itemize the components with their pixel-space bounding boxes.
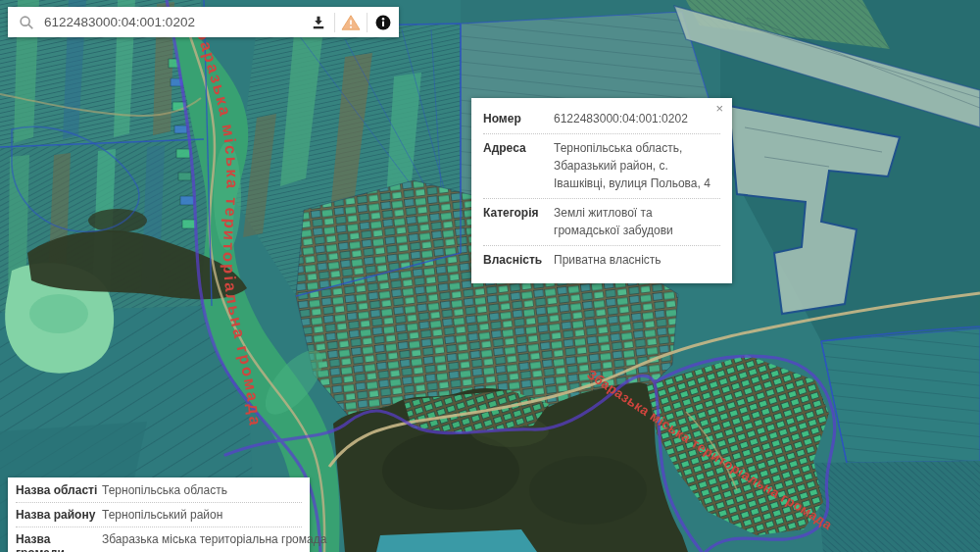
region-label: Назва району <box>16 508 102 522</box>
field-value: Тернопільська область, Збаразький район,… <box>554 139 720 192</box>
parcel-info-popup: × Номер 6122483000:04:001:0202 Адреса Те… <box>471 98 732 283</box>
region-value: Збаразька міська територіальна громада <box>102 532 326 552</box>
field-value: Землі житлової та громадської забудови <box>554 204 720 239</box>
download-icon <box>310 14 327 31</box>
download-button[interactable] <box>303 7 334 37</box>
search-icon <box>18 14 35 31</box>
search-bar <box>8 7 399 37</box>
field-label: Адреса <box>483 139 554 192</box>
popup-close-button[interactable]: × <box>713 100 725 117</box>
cadastral-map-app: Збаразька міська територіальна громада З… <box>0 0 980 552</box>
info-icon <box>374 14 392 31</box>
warning-button[interactable] <box>335 7 367 37</box>
popup-row-address: Адреса Тернопільська область, Збаразький… <box>483 134 720 199</box>
field-value: 6122483000:04:001:0202 <box>554 110 720 127</box>
popup-row-ownership: Власність Приватна власність <box>483 246 720 275</box>
popup-row-number: Номер 6122483000:04:001:0202 <box>483 105 720 134</box>
field-label: Категорія <box>483 204 554 239</box>
region-row-hromada: Назва громади Збаразька міська територіа… <box>16 527 302 552</box>
field-label: Власність <box>483 251 554 269</box>
region-row-oblast: Назва області Тернопільська область <box>16 478 302 503</box>
region-value: Тернопільський район <box>102 508 302 522</box>
region-row-raion: Назва району Тернопільський район <box>16 503 302 527</box>
field-label: Номер <box>483 110 554 127</box>
region-label: Назва області <box>16 483 102 497</box>
search-input[interactable] <box>44 15 303 29</box>
field-value: Приватна власність <box>554 251 720 269</box>
region-label: Назва громади <box>16 532 102 552</box>
info-button[interactable] <box>368 7 399 37</box>
search-actions <box>303 7 399 37</box>
warning-icon <box>341 14 361 31</box>
popup-row-category: Категорія Землі житлової та громадської … <box>483 199 720 246</box>
region-info-panel: Назва області Тернопільська область Назв… <box>8 477 310 552</box>
region-value: Тернопільська область <box>102 483 302 497</box>
